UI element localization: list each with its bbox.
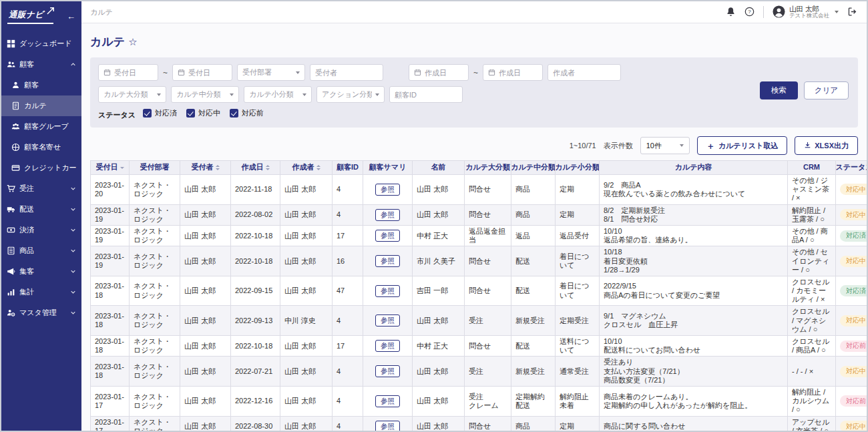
created-date-to-textbox[interactable] [499, 69, 537, 77]
sidebar-item-products[interactable]: 商品 [1, 240, 81, 261]
logout-icon[interactable] [847, 7, 857, 17]
cell-status: 対応中 [836, 246, 867, 276]
karte-small-category-select[interactable]: カルテ小分類 [244, 86, 312, 103]
summary-reference-button[interactable]: 参照 [375, 421, 400, 431]
import-karte-list-button[interactable]: ＋ カルテリスト取込 [697, 136, 788, 155]
checkbox-checked-icon[interactable] [186, 109, 195, 118]
notification-bell-icon[interactable] [726, 7, 736, 17]
cell-department: ネクスト・ロジック [130, 336, 180, 357]
cell-customer-id: 4 [333, 357, 363, 387]
breadcrumb: カルテ [90, 7, 113, 17]
favorite-star-icon[interactable]: ☆ [128, 36, 137, 48]
cell-crm: - / - / × [788, 357, 836, 387]
status-badge: 対応前 [840, 395, 867, 407]
sidebar-item-customer-group[interactable]: 顧客グループ [1, 116, 81, 137]
sidebar-item-customer-list[interactable]: 顧客 [1, 75, 81, 95]
search-button[interactable]: 検索 [760, 81, 798, 99]
filter-row-2: カルテ大分類カルテ中分類カルテ小分類アクション分類 [98, 86, 850, 103]
creator-input[interactable] [548, 64, 621, 81]
products-icon [7, 246, 15, 255]
column-header-作成日[interactable]: 作成日 [231, 161, 280, 175]
creator-textbox[interactable] [553, 69, 616, 77]
sidebar-collapse-button[interactable]: ← [64, 11, 75, 21]
checkbox-checked-icon[interactable] [230, 109, 238, 118]
user-menu[interactable]: 山田 太郎 テスト株式会社 [773, 5, 839, 19]
sidebar-item-master-admin[interactable]: マスタ管理 [1, 302, 81, 323]
reception-department-select[interactable]: 受付部署 [237, 64, 305, 81]
summary-reference-button[interactable]: 参照 [375, 285, 400, 297]
customer-id-input[interactable] [389, 86, 463, 103]
sidebar-item-shipping[interactable]: 配送 [1, 199, 81, 220]
sidebar-item-analytics[interactable]: 集計 [1, 282, 81, 302]
summary-reference-button[interactable]: 参照 [375, 230, 400, 242]
sidebar-item-orders[interactable]: 受注 [1, 178, 81, 199]
app-window: 通販ナビ ← ダッシュボード顧客顧客カルテ顧客グループ顧客名寄せクレジットカード… [0, 0, 868, 432]
sidebar-item-label: 商品 [19, 246, 34, 256]
sort-desc-icon [120, 167, 124, 169]
action-category-select[interactable]: アクション分類 [316, 86, 385, 103]
chevron-down-icon [70, 289, 76, 295]
reception-date-from-textbox[interactable] [114, 69, 153, 77]
column-header-作成者[interactable]: 作成者 [280, 161, 333, 175]
cell-receptionist: 山田 太郎 [180, 246, 231, 276]
cell-category-large: 受注 クレーム [465, 386, 511, 416]
reception-date-from-input[interactable] [98, 64, 158, 81]
status-checkbox-対応中[interactable]: 対応中 [186, 108, 220, 118]
customer-id-textbox[interactable] [395, 91, 457, 99]
status-checkbox-対応前[interactable]: 対応前 [230, 108, 264, 118]
sidebar-item-credit-card[interactable]: クレジットカード [1, 158, 81, 178]
sidebar-item-marketing[interactable]: 集客 [1, 261, 81, 282]
sidebar-item-label: カルテ [24, 101, 47, 111]
summary-reference-button[interactable]: 参照 [375, 340, 400, 352]
cell-karte-content: 9/2 商品A 現在飲んでいる薬との飲み合わせについて [600, 175, 788, 205]
status-filter-row: ステータス 対応済対応中対応前 [98, 108, 850, 120]
app-logo[interactable]: 通販ナビ [7, 8, 53, 24]
cell-customer-summary: 参照 [363, 204, 413, 225]
sidebar-item-karte[interactable]: カルテ [1, 95, 81, 116]
cell-status: 対応前 [836, 336, 867, 357]
help-icon[interactable]: ? [744, 7, 754, 17]
column-header-受付者[interactable]: 受付者 [180, 161, 231, 175]
cell-department: ネクスト・ロジック [130, 416, 180, 431]
summary-reference-button[interactable]: 参照 [375, 314, 400, 327]
karte-medium-category-select[interactable]: カルテ中分類 [171, 86, 239, 103]
reception-date-to-input[interactable] [172, 64, 232, 81]
cell-category-medium: 返品 [511, 225, 556, 246]
column-header-受付日[interactable]: 受付日 [91, 161, 130, 175]
sidebar-item-payment[interactable]: 決済 [1, 220, 81, 240]
reception-date-to-textbox[interactable] [188, 69, 227, 77]
summary-reference-button[interactable]: 参照 [375, 184, 400, 196]
display-count-select[interactable]: 10件 [640, 137, 690, 154]
chevron-down-icon [70, 310, 76, 316]
receptionist-input[interactable] [310, 64, 383, 81]
sidebar-item-dashboard[interactable]: ダッシュボード [1, 33, 81, 54]
cell-category-medium: 配送 [511, 246, 556, 276]
cell-category-small: 定期受注 [556, 306, 600, 336]
cell-category-small: 定期 [556, 175, 600, 205]
sidebar-item-customer-merge[interactable]: 顧客名寄せ [1, 137, 81, 158]
summary-reference-button[interactable]: 参照 [375, 395, 400, 407]
cell-reception-date: 2023-01-18 [91, 336, 130, 357]
status-checkbox-対応済[interactable]: 対応済 [143, 108, 177, 118]
chevron-down-icon [70, 268, 76, 274]
sidebar-item-customers[interactable]: 顧客 [1, 54, 81, 75]
checkbox-checked-icon[interactable] [143, 109, 152, 118]
karte-icon [11, 101, 20, 110]
created-date-from-textbox[interactable] [425, 69, 463, 77]
summary-reference-button[interactable]: 参照 [375, 209, 400, 221]
created-date-to-input[interactable] [483, 64, 543, 81]
receptionist-textbox[interactable] [315, 69, 378, 77]
karte-large-category-select[interactable]: カルテ大分類 [98, 86, 166, 103]
summary-reference-button[interactable]: 参照 [375, 255, 400, 267]
status-badge: 対応中 [840, 366, 867, 377]
created-date-from-input[interactable] [409, 64, 469, 81]
cell-customer-id: 17 [333, 336, 363, 357]
clear-button[interactable]: クリア [804, 81, 849, 99]
cell-customer-id: 4 [333, 306, 363, 336]
filter-panel: ~受付部署~ カルテ大分類カルテ中分類カルテ小分類アクション分類 ステータス 対… [90, 57, 858, 128]
sidebar-item-label: マスタ管理 [19, 308, 57, 318]
status-badge: 対応前 [840, 341, 867, 352]
export-xlsx-button[interactable]: XLSX出力 [795, 136, 858, 155]
cell-status: 対応中 [836, 175, 867, 205]
summary-reference-button[interactable]: 参照 [375, 365, 400, 377]
